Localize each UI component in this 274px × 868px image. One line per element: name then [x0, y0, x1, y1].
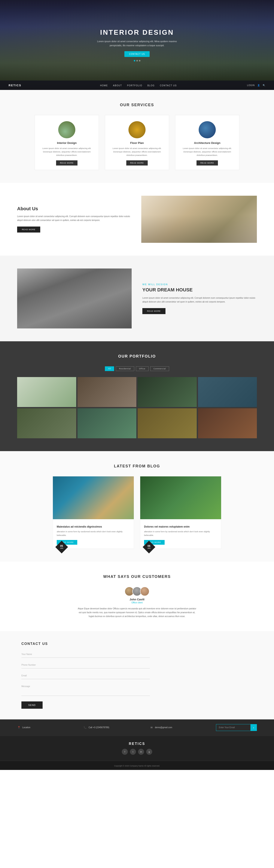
nav-item-about[interactable]: ABOUT: [113, 83, 122, 87]
nav-link-contact[interactable]: CONTACT US: [160, 84, 177, 87]
email-icon: ✉: [150, 726, 153, 729]
service-image-architecture: [199, 121, 216, 138]
dream-image: [17, 269, 132, 329]
service-image-interior: [58, 121, 75, 138]
contact-email-input[interactable]: [22, 672, 150, 679]
nav-link-portfolio[interactable]: PORTFOLIO: [127, 84, 142, 87]
blog-post-title-2: Dolores vel maiores voluptatem enim: [144, 525, 217, 528]
service-readmore-architecture[interactable]: Read More: [196, 160, 218, 165]
service-card-architecture: Architecture Design Lorem ipsum dolor si…: [175, 115, 239, 170]
nav-login[interactable]: LOGIN: [247, 84, 255, 87]
hero-dot-1[interactable]: [134, 60, 135, 61]
contact-form: SEND: [22, 651, 150, 709]
search-icon[interactable]: 🔍: [263, 84, 266, 87]
hero-section: INTERIOR DESIGN Lorem ipsum dolor sit am…: [0, 0, 274, 90]
portfolio-item-2[interactable]: [78, 377, 136, 407]
blog-section: LATEST FROM BLOG 05 JAN Maiestalus ad re…: [0, 451, 274, 561]
blog-card-1: 05 JAN Maiestalus ad reiciendis dignissi…: [53, 476, 134, 549]
service-readmore-floorplan[interactable]: Read More: [126, 160, 148, 165]
footer-social: f t in g: [17, 749, 257, 755]
hero-subtitle: Lorem ipsum dolor sit amet consectetur a…: [96, 39, 178, 47]
footer-phone-text: Call +0 (2345678789): [89, 726, 109, 728]
social-facebook[interactable]: f: [122, 749, 128, 755]
footer-email-text: demo@gmail.com: [155, 726, 172, 728]
filter-residential[interactable]: Residential: [116, 366, 134, 371]
contact-phone-input[interactable]: [22, 661, 150, 669]
phone-icon: 📞: [84, 726, 87, 729]
blog-grid: 05 JAN Maiestalus ad reiciendis dignissi…: [17, 476, 257, 549]
service-readmore-interior[interactable]: Read More: [56, 160, 78, 165]
hero-dot-2[interactable]: [136, 60, 138, 61]
footer-email-input[interactable]: [216, 724, 250, 731]
footer-location: 📍 Location: [17, 726, 75, 729]
filter-office[interactable]: Office: [136, 366, 149, 371]
about-left: About Us Lorem ipsum dolor sit amet cons…: [17, 206, 133, 232]
testimonial-role: Office client: [43, 601, 231, 604]
contact-message-input[interactable]: [22, 683, 150, 696]
footer-email: ✉ demo@gmail.com: [150, 726, 208, 729]
blog-date-mon-2: JAN: [147, 548, 151, 549]
nav-links: HOME ABOUT PORTFOLIO BLOG CONTACT US: [30, 83, 247, 87]
blog-title: LATEST FROM BLOG: [17, 464, 257, 468]
testimonial-name: John Cavill: [43, 598, 231, 601]
footer-location-text: Location: [22, 726, 30, 728]
dream-content: WE WILL DESIGN YOUR DREAM HOUSE Lorem ip…: [142, 283, 257, 314]
about-image: [141, 196, 257, 243]
hero-content: INTERIOR DESIGN Lorem ipsum dolor sit am…: [96, 29, 178, 61]
nav-item-blog[interactable]: BLOG: [148, 83, 155, 87]
filter-commercial[interactable]: Commercial: [150, 366, 169, 371]
social-twitter[interactable]: t: [130, 749, 136, 755]
blog-image-2: [140, 476, 221, 519]
dream-section: WE WILL DESIGN YOUR DREAM HOUSE Lorem ip…: [0, 256, 274, 341]
service-image-floorplan: [128, 121, 146, 138]
nav-link-about[interactable]: ABOUT: [113, 84, 122, 87]
footer-bottom: Copyright © 2020 Company Name All rights…: [0, 761, 274, 770]
portfolio-item-3[interactable]: [138, 377, 197, 407]
portfolio-item-7[interactable]: [138, 408, 197, 438]
nav-right: LOGIN 👤 🔍: [247, 84, 266, 87]
service-card-interior: Interior Design Lorem ipsum dolor sit am…: [35, 115, 99, 170]
footer-newsletter-submit[interactable]: ›: [250, 724, 257, 731]
service-card-floorplan: Floor Plan Lorem ipsum dolor sit amet co…: [105, 115, 169, 170]
portfolio-grid: [17, 377, 257, 438]
services-grid: Interior Design Lorem ipsum dolor sit am…: [17, 115, 257, 170]
footer-copyright: Copyright © 2020 Company Name All rights…: [114, 765, 160, 767]
dream-img-placeholder: [17, 269, 132, 329]
blog-image-1: [53, 476, 134, 519]
dream-readmore-button[interactable]: Read More: [142, 308, 165, 314]
nav-link-home[interactable]: HOME: [100, 84, 108, 87]
service-desc-interior: Lorem ipsum dolor sit amet consectetur a…: [40, 147, 94, 157]
footer-top: 📍 Location 📞 Call +0 (2345678789) ✉ demo…: [0, 719, 274, 736]
contact-name-input[interactable]: [22, 651, 150, 658]
portfolio-item-8[interactable]: [198, 408, 257, 438]
user-icon[interactable]: 👤: [257, 84, 260, 87]
about-readmore-button[interactable]: Read More: [17, 226, 40, 232]
testimonial-avatars: [43, 587, 231, 596]
about-section: About Us Lorem ipsum dolor sit amet cons…: [0, 183, 274, 256]
portfolio-item-1[interactable]: [17, 377, 76, 407]
blog-card-2: 06 JAN Dolores vel maiores voluptatem en…: [140, 476, 221, 549]
testimonial-text: Atque Eique deveniunt beatise dolor Offi…: [77, 607, 197, 618]
social-linkedin[interactable]: in: [138, 749, 144, 755]
service-title-interior: Interior Design: [40, 141, 94, 145]
hero-cta-button[interactable]: Contact us: [124, 51, 150, 57]
contact-send-button[interactable]: SEND: [22, 702, 42, 709]
social-google[interactable]: g: [146, 749, 152, 755]
filter-all[interactable]: All: [105, 366, 114, 371]
nav-item-home[interactable]: HOME: [100, 83, 108, 87]
service-desc-architecture: Lorem ipsum dolor sit amet consectetur a…: [180, 147, 234, 157]
testimonials-section: WHAT SAYS OUR CUSTOMERS John Cavill Offi…: [0, 562, 274, 631]
portfolio-item-4[interactable]: [198, 377, 257, 407]
footer-middle: RETICS f t in g: [0, 736, 274, 761]
contact-section: CONTACT US SEND: [0, 631, 274, 719]
services-section: OUR SERVICES Interior Design Lorem ipsum…: [0, 90, 274, 183]
location-icon: 📍: [17, 726, 21, 729]
dream-desc: Lorem ipsum dolor sit amet consectetur a…: [142, 296, 257, 304]
hero-dot-3[interactable]: [139, 60, 141, 61]
portfolio-title: OUR PORTFOLIO: [17, 354, 257, 359]
portfolio-item-5[interactable]: [17, 408, 76, 438]
nav-item-contact[interactable]: CONTACT US: [160, 83, 177, 87]
portfolio-item-6[interactable]: [78, 408, 136, 438]
nav-link-blog[interactable]: BLOG: [148, 84, 155, 87]
nav-item-portfolio[interactable]: PORTFOLIO: [127, 83, 142, 87]
